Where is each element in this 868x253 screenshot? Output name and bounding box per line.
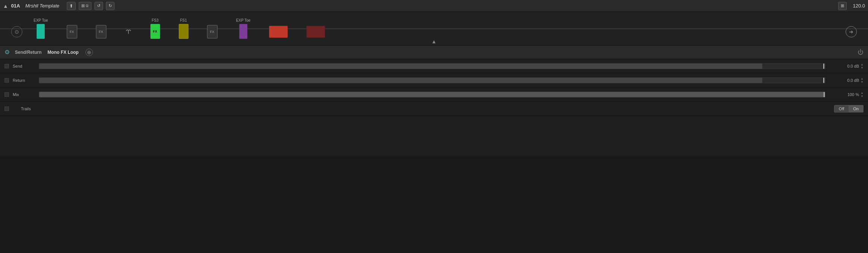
return-row: Return 0.0 dB ▲ ▼: [0, 73, 868, 87]
main-layout: ⚙ Send/Return Mono FX Loop ⊕ ⏻ Send 0.0 …: [0, 46, 868, 253]
track-id: 01A: [11, 3, 20, 9]
send-enable[interactable]: [4, 64, 9, 68]
mix-value: 100 %: [829, 92, 859, 97]
mix-slider[interactable]: [39, 92, 825, 98]
send-down-arrow: ▼: [861, 66, 864, 70]
trails-label: Trails: [21, 107, 834, 111]
undo-button[interactable]: ↺: [94, 2, 103, 10]
chain-node-split[interactable]: ⥾: [125, 21, 132, 37]
darkred-block-box[interactable]: [306, 26, 325, 38]
send-arrows[interactable]: ▲ ▼: [861, 63, 864, 70]
title-bar: ▲ 01A Mrshll Template ⬆ ⊞ ① ↺ ↻ ⊞ 120.0: [0, 0, 868, 12]
fs3-box[interactable]: FX: [150, 24, 160, 39]
return-down-arrow: ▼: [861, 80, 864, 84]
split-icon: ⥾: [125, 27, 132, 37]
red-block-box[interactable]: [269, 26, 288, 38]
plugin-header: ⚙ Send/Return Mono FX Loop ⊕ ⏻: [0, 46, 868, 59]
chain-node-input[interactable]: ⊙: [11, 20, 22, 37]
return-enable[interactable]: [4, 78, 9, 83]
up-arrow-icon: ▲: [3, 3, 8, 9]
send-slider[interactable]: [39, 63, 825, 69]
compass-icon: ⊙: [15, 29, 19, 35]
exp-toe-2-box[interactable]: [239, 24, 247, 39]
chain-caret: ▲: [431, 38, 437, 44]
mix-label: Mix: [13, 92, 35, 97]
plugin-body: Send 0.0 dB ▲ ▼ Return 0.0 dB ▲ ▼: [0, 59, 868, 156]
chain-node-exp-toe-2[interactable]: EXP Toe: [236, 18, 251, 39]
return-slider[interactable]: [39, 77, 825, 83]
plugin-icon: ⚙: [4, 49, 10, 56]
mix-handle: [824, 92, 825, 97]
trails-toggle-group: Off On: [834, 105, 864, 112]
track-name: Mrshll Template: [25, 3, 59, 9]
template-button[interactable]: ⊞ ①: [79, 2, 91, 10]
send-up-arrow: ▲: [861, 63, 864, 66]
chain-node-output[interactable]: ➜: [846, 20, 857, 37]
mix-row: Mix 100 % ▲ ▼: [0, 87, 868, 102]
fx3-box[interactable]: FX: [207, 25, 218, 38]
send-row: Send 0.0 dB ▲ ▼: [0, 59, 868, 73]
exp-toe-1-label: EXP Toe: [34, 18, 48, 22]
exp-toe-2-label: EXP Toe: [236, 18, 251, 22]
fs3-label: FS3: [152, 18, 158, 22]
fx1-box[interactable]: FX: [67, 25, 77, 38]
fs1-label: FS1: [180, 18, 187, 22]
chain-node-red[interactable]: [269, 20, 288, 38]
return-fill: [39, 78, 762, 83]
chain-node-fx3[interactable]: FX: [207, 19, 218, 38]
send-label: Send: [13, 64, 35, 68]
export-icon: ⬆: [69, 3, 73, 9]
return-label: Return: [13, 78, 35, 83]
input-circle[interactable]: ⊙: [11, 26, 22, 37]
export-button[interactable]: ⬆: [67, 2, 76, 10]
send-handle: [823, 64, 824, 69]
chain-node-fs1[interactable]: FS1: [179, 18, 188, 39]
redo-button[interactable]: ↻: [106, 2, 115, 10]
bpm-display: 120.0: [853, 3, 865, 9]
template-label: ①: [85, 4, 89, 8]
trails-off-button[interactable]: Off: [834, 105, 849, 112]
chain-node-fx2[interactable]: FX: [96, 19, 106, 38]
fx2-box[interactable]: FX: [96, 25, 106, 38]
trails-enable[interactable]: [4, 107, 9, 111]
empty-area: [0, 156, 868, 253]
mix-up-arrow: ▲: [861, 91, 864, 95]
return-up-arrow: ▲: [861, 77, 864, 80]
chain-node-darkred[interactable]: [306, 20, 325, 38]
power-button[interactable]: ⏻: [858, 49, 864, 56]
chain-node-fs3[interactable]: FS3 FX: [150, 18, 160, 39]
send-fill: [39, 64, 762, 69]
mix-enable[interactable]: [4, 92, 9, 97]
undo-icon: ↺: [97, 3, 100, 8]
exp-toe-1-box[interactable]: [37, 24, 45, 39]
redo-icon: ↻: [109, 3, 112, 8]
mix-arrows[interactable]: ▲ ▼: [861, 91, 864, 98]
send-value: 0.0 dB: [829, 64, 859, 68]
template-icon: ⊞: [81, 3, 85, 8]
trails-on-button[interactable]: On: [849, 105, 863, 112]
return-value: 0.0 dB: [829, 78, 859, 83]
return-handle: [823, 78, 824, 83]
arrow-right-icon: ➜: [849, 29, 853, 35]
plugin-name: Mono FX Loop: [47, 50, 78, 55]
grid-icon: ⊞: [841, 3, 844, 8]
output-circle[interactable]: ➜: [846, 26, 857, 37]
fs1-box[interactable]: [179, 24, 188, 39]
chain-node-exp-toe-1[interactable]: EXP Toe: [34, 18, 48, 39]
trails-row: Trails Off On: [0, 102, 868, 116]
plugin-menu-button[interactable]: ⊕: [85, 49, 93, 56]
grid-button[interactable]: ⊞: [838, 2, 847, 10]
chain-node-fx1[interactable]: FX: [67, 19, 77, 38]
mix-down-arrow: ▼: [861, 95, 864, 98]
mix-fill: [39, 92, 825, 97]
nodes-container: ⊙ EXP Toe FX FX ⥾: [7, 18, 861, 39]
return-arrows[interactable]: ▲ ▼: [861, 77, 864, 84]
send-return-label: Send/Return: [15, 50, 41, 55]
signal-chain: ⊙ EXP Toe FX FX ⥾: [0, 12, 868, 46]
